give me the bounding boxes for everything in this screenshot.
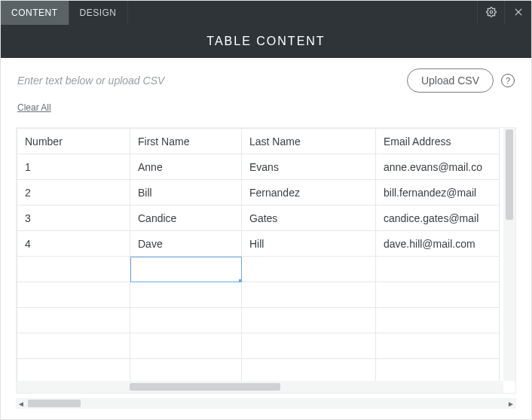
- help-icon[interactable]: ?: [501, 74, 515, 87]
- table-cell[interactable]: [130, 359, 242, 382]
- table-row: [17, 282, 500, 308]
- table-cell[interactable]: [376, 282, 500, 308]
- column-header[interactable]: Email Address: [376, 129, 500, 154]
- svg-point-0: [490, 11, 493, 14]
- close-button[interactable]: [504, 1, 531, 25]
- table-cell[interactable]: Bill: [130, 180, 242, 205]
- table-cell[interactable]: [130, 282, 242, 308]
- spreadsheet-container: NumberFirst NameLast NameEmail Address 1…: [16, 127, 516, 394]
- table-cell[interactable]: [17, 282, 130, 308]
- table-cell[interactable]: Dave: [130, 231, 242, 257]
- tab-content[interactable]: CONTENT: [1, 1, 69, 25]
- table-cell[interactable]: Candice: [130, 205, 242, 231]
- table-cell[interactable]: [17, 308, 130, 333]
- top-tab-bar: CONTENT DESIGN: [1, 1, 531, 25]
- controls-row: Enter text below or upload CSV Upload CS…: [1, 58, 531, 97]
- table-cell[interactable]: [242, 359, 376, 382]
- table-cell[interactable]: [17, 257, 130, 282]
- outer-horizontal-scrollbar-thumb[interactable]: [28, 400, 81, 407]
- table-cell[interactable]: candice.gates@mail: [376, 205, 500, 231]
- column-header[interactable]: First Name: [130, 129, 242, 154]
- table-content-panel: CONTENT DESIGN TABLE CONTENT Enter text …: [0, 0, 532, 420]
- table-row: 1AnneEvansanne.evans@mail.co: [17, 154, 500, 180]
- column-header[interactable]: Number: [17, 129, 130, 154]
- table-cell[interactable]: [242, 282, 376, 308]
- table-cell[interactable]: 1: [17, 154, 130, 180]
- column-header[interactable]: Last Name: [242, 129, 376, 154]
- table-row: [17, 257, 500, 282]
- table-cell[interactable]: [242, 257, 376, 282]
- vertical-scrollbar[interactable]: [503, 128, 515, 381]
- tab-design[interactable]: DESIGN: [69, 1, 128, 25]
- table-cell[interactable]: bill.fernandez@mail: [376, 180, 500, 205]
- table-cell[interactable]: Evans: [242, 154, 376, 180]
- table-row: 2BillFernandezbill.fernandez@mail: [17, 180, 500, 205]
- table-cell[interactable]: [17, 333, 130, 359]
- table-cell[interactable]: 2: [17, 180, 130, 205]
- table-cell[interactable]: [376, 257, 500, 282]
- table-cell[interactable]: 4: [17, 231, 130, 257]
- table-cell[interactable]: [130, 308, 242, 333]
- gear-icon: [486, 7, 497, 20]
- inner-horizontal-scrollbar[interactable]: [17, 381, 503, 393]
- table-cell[interactable]: dave.hill@mail.com: [376, 231, 500, 257]
- table-cell[interactable]: 3: [17, 205, 130, 231]
- table-row: [17, 308, 500, 333]
- table-cell[interactable]: Fernandez: [242, 180, 376, 205]
- table-cell[interactable]: Anne: [130, 154, 242, 180]
- table-cell[interactable]: anne.evans@mail.co: [376, 154, 500, 180]
- table-cell[interactable]: [376, 333, 500, 359]
- scroll-left-arrow-icon[interactable]: ◄: [16, 398, 26, 409]
- settings-button[interactable]: [477, 1, 504, 25]
- table-cell[interactable]: [242, 333, 376, 359]
- table-cell[interactable]: [376, 308, 500, 333]
- outer-horizontal-scrollbar[interactable]: ◄ ►: [16, 398, 516, 409]
- inner-horizontal-scrollbar-thumb[interactable]: [130, 383, 280, 391]
- table-cell[interactable]: Hill: [242, 231, 376, 257]
- close-icon: [513, 7, 524, 20]
- panel-title: TABLE CONTENT: [1, 25, 531, 58]
- scroll-right-arrow-icon[interactable]: ►: [506, 398, 516, 409]
- hint-text: Enter text below or upload CSV: [17, 75, 164, 87]
- table-row: 3CandiceGatescandice.gates@mail: [17, 205, 500, 231]
- table-cell[interactable]: [242, 308, 376, 333]
- upload-csv-button[interactable]: Upload CSV: [407, 68, 494, 93]
- table-cell[interactable]: [17, 359, 130, 382]
- clear-all-link[interactable]: Clear All: [17, 102, 51, 113]
- table-cell[interactable]: [130, 257, 242, 282]
- table-row: 4DaveHilldave.hill@mail.com: [17, 231, 500, 257]
- table-cell[interactable]: [376, 359, 500, 382]
- table-cell[interactable]: Gates: [242, 205, 376, 231]
- table-cell[interactable]: [130, 333, 242, 359]
- table-row: [17, 359, 500, 382]
- vertical-scrollbar-thumb[interactable]: [506, 129, 513, 220]
- data-table[interactable]: NumberFirst NameLast NameEmail Address 1…: [17, 128, 500, 381]
- table-row: [17, 333, 500, 359]
